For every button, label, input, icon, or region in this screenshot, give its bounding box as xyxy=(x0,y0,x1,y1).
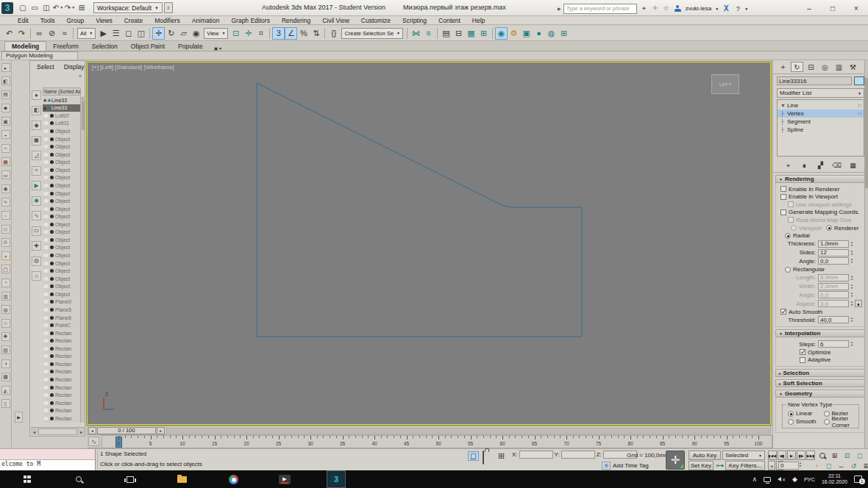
mini-curve-editor-icon[interactable]: ∿ xyxy=(88,437,99,446)
scene-object-row[interactable]: Object xyxy=(43,244,81,252)
key-filters-button[interactable]: Key Filters... xyxy=(725,461,765,470)
spinner-arrows[interactable]: ▴▾ xyxy=(851,292,853,298)
previous-frame-button[interactable]: ◀▮ xyxy=(778,451,786,460)
checkbox[interactable] xyxy=(780,194,786,200)
reference-coordinate-system-dropdown[interactable]: View▼ xyxy=(204,28,228,39)
select-and-scale-icon[interactable]: ▱ xyxy=(177,27,190,40)
exchange-apps-icon[interactable]: ✧ xyxy=(650,2,661,15)
pin-stack-icon[interactable]: ⌖ xyxy=(783,161,794,170)
vertex-type-radio[interactable]: Smooth xyxy=(785,418,821,425)
scene-object-row[interactable]: Object xyxy=(43,127,81,135)
macro-recorder-line[interactable] xyxy=(0,449,95,460)
spinner-arrows[interactable]: ▴▾ xyxy=(851,301,853,306)
explorer-expand-button[interactable]: ▶ xyxy=(15,412,23,423)
visibility-eye-icon[interactable]: ◉ xyxy=(43,98,46,102)
material-editor-icon[interactable]: ◉ xyxy=(495,27,508,40)
utilities-tab[interactable]: ⚒ xyxy=(847,62,859,72)
scene-object-row[interactable]: Object xyxy=(43,205,81,213)
checkbox[interactable] xyxy=(780,186,786,192)
render-setup-icon[interactable]: ⚙ xyxy=(508,27,520,40)
ribbon-toggle-icon[interactable]: ⊟ xyxy=(452,27,465,40)
dock-toolbar-icon[interactable]: ▯ xyxy=(1,399,10,408)
file-explorer-button[interactable] xyxy=(172,470,191,488)
scene-object-row[interactable]: Rectan xyxy=(43,376,81,384)
display-groups-icon[interactable]: ◉ xyxy=(32,196,41,206)
interpolation-rollout-header[interactable]: ▼ Interpolation xyxy=(775,329,866,337)
unlink-selection-icon[interactable]: ⊘ xyxy=(46,27,58,40)
object-color-swatch[interactable] xyxy=(854,76,864,85)
spinner-arrows[interactable]: ▴▾ xyxy=(851,284,853,290)
radio-button[interactable] xyxy=(826,225,832,231)
vertex-type-radio[interactable]: Linear xyxy=(785,410,821,417)
explorer-vertical-scrollbar[interactable]: ▴ xyxy=(80,96,85,423)
display-shapes-icon[interactable]: ◆ xyxy=(32,121,41,130)
checkbox-row[interactable]: Optimize xyxy=(778,348,864,356)
schematic-view-icon[interactable]: ⊞ xyxy=(477,27,490,40)
menu-help[interactable]: Help xyxy=(466,17,491,24)
menu-create[interactable]: Create xyxy=(118,17,149,24)
modifier-list-dropdown[interactable]: Modifier List ▼ xyxy=(777,88,864,98)
menu-civil-view[interactable]: Civil View xyxy=(316,17,355,24)
dropbox-icon[interactable]: ◆ xyxy=(792,476,797,483)
scene-object-row[interactable]: Object xyxy=(43,174,81,182)
save-file-icon[interactable]: ◫ xyxy=(40,2,52,13)
value-field[interactable]: 12 xyxy=(818,249,849,256)
next-frame-arrow[interactable]: ▸ xyxy=(157,427,165,434)
y-coordinate-field[interactable] xyxy=(561,451,595,459)
spinner-arrows[interactable]: ▴▾ xyxy=(851,241,853,247)
dock-toolbar-icon[interactable]: ▦ xyxy=(1,157,10,166)
menu-modifiers[interactable]: Modifiers xyxy=(149,17,185,24)
keyboard-shortcut-override-icon[interactable]: ⌗ xyxy=(255,27,267,40)
align-icon[interactable]: ≡ xyxy=(422,27,435,40)
menu-customize[interactable]: Customize xyxy=(355,17,396,24)
scene-object-row[interactable]: Object xyxy=(43,212,81,220)
display-materials-icon[interactable]: ▭ xyxy=(32,226,41,236)
scene-object-row[interactable]: PointC xyxy=(43,321,81,329)
menu-rendering[interactable]: Rendering xyxy=(276,17,316,24)
x-coordinate-field[interactable] xyxy=(519,451,553,459)
ribbon-tab-modeling[interactable]: Modeling xyxy=(4,41,46,51)
maximize-button[interactable]: □ xyxy=(821,0,844,16)
current-frame-field[interactable]: 0 xyxy=(778,462,799,470)
dock-toolbar-icon[interactable]: ▧ xyxy=(1,345,10,354)
select-and-rotate-icon[interactable]: ↻ xyxy=(165,27,177,40)
dock-toolbar-icon[interactable]: ▢ xyxy=(1,265,10,273)
scene-object-row[interactable]: Rectan xyxy=(43,391,81,399)
undo-icon[interactable]: ↶▼ xyxy=(52,2,64,13)
display-xrefs-icon[interactable]: ∿ xyxy=(32,211,41,220)
checkbox-row[interactable]: Auto Smooth xyxy=(778,308,864,316)
language-indicator[interactable]: РУС xyxy=(804,476,815,483)
play-button[interactable]: ▶ xyxy=(787,451,796,460)
create-selection-set-dropdown[interactable]: Create Selection Se▼ xyxy=(341,28,403,39)
value-field[interactable]: 0,0 xyxy=(818,291,849,298)
radio-row[interactable]: Radial xyxy=(778,232,864,240)
scene-object-row[interactable]: Object xyxy=(43,220,81,229)
display-tab[interactable]: ▥ xyxy=(833,62,845,72)
open-file-icon[interactable]: ▭ xyxy=(29,2,40,13)
zoom-extents-all-icon[interactable]: ◻ xyxy=(854,451,865,460)
command-panel-scrollbar[interactable] xyxy=(864,60,868,448)
select-and-link-icon[interactable]: ∞ xyxy=(33,27,46,40)
maximize-viewport-toggle-icon[interactable]: ⊞ xyxy=(861,461,868,470)
scroll-left-icon[interactable]: ◂ xyxy=(31,429,38,434)
next-frame-button[interactable]: ▮▶ xyxy=(797,451,805,460)
select-and-manipulate-icon[interactable]: ✛ xyxy=(242,27,255,40)
value-field[interactable]: 2,0mm xyxy=(818,283,849,290)
dock-toolbar-icon[interactable]: ▸ xyxy=(1,63,10,72)
go-to-start-button[interactable]: ▮◀◀ xyxy=(768,451,777,460)
redo-icon[interactable]: ↷ xyxy=(15,27,28,40)
spinner-arrows[interactable]: ▴▾ xyxy=(851,317,853,323)
checkbox-row[interactable]: Generate Mapping Coords. xyxy=(778,209,864,217)
mirror-icon[interactable]: ⋈ xyxy=(410,27,422,40)
help-chevron-icon[interactable]: ▼ xyxy=(744,7,748,11)
task-view-button[interactable] xyxy=(121,470,140,488)
scene-object-row[interactable]: Rectan xyxy=(43,384,81,392)
dock-toolbar-icon[interactable]: ◑ xyxy=(1,359,10,368)
scene-object-row[interactable]: Rectan xyxy=(43,337,81,345)
show-end-result-icon[interactable]: ∎ xyxy=(800,161,810,170)
polygon-modeling-panel-tab[interactable]: Polygon Modeling xyxy=(1,51,78,60)
checkbox[interactable] xyxy=(788,201,794,207)
snaps-toggle-icon[interactable]: 3 xyxy=(272,27,285,40)
scrollbar-thumb[interactable] xyxy=(865,78,868,188)
tray-clock[interactable]: 22:11 16.02.2020 xyxy=(822,473,847,486)
